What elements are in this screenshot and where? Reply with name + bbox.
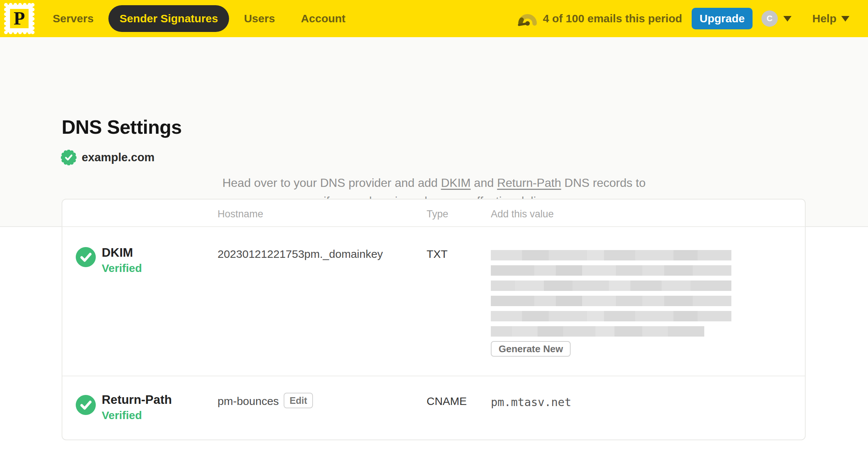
- domain-name: example.com: [82, 151, 154, 164]
- nav-item-sender-signatures[interactable]: Sender Signatures: [108, 5, 229, 32]
- intro-part: Head over to your DNS provider and add: [222, 176, 441, 189]
- redacted-line: [491, 280, 731, 291]
- navbar-right: 4 of 100 emails this period Upgrade C He…: [518, 8, 849, 29]
- table-row-dkim: DKIM Verified 20230121221753pm._domainke…: [62, 228, 805, 375]
- redacted-line: [491, 265, 731, 276]
- account-menu[interactable]: C: [761, 10, 792, 27]
- redacted-line: [491, 311, 731, 321]
- help-label: Help: [812, 12, 836, 25]
- dns-records-card: Hostname Type Add this value DKIM Verifi…: [62, 199, 806, 440]
- nav-item-account[interactable]: Account: [301, 12, 346, 25]
- usage-text: 4 of 100 emails this period: [543, 12, 682, 25]
- header-type: Type: [427, 208, 448, 220]
- record-value: pm.mtasv.net: [491, 396, 571, 409]
- top-navbar: P Servers Sender Signatures Users Accoun…: [0, 0, 868, 37]
- redacted-line: [491, 250, 731, 260]
- record-hostname: 20230121221753pm._domainkey: [218, 248, 383, 260]
- nav-item-users[interactable]: Users: [244, 12, 275, 25]
- postmark-logo[interactable]: P: [4, 3, 35, 35]
- chevron-down-icon: [841, 16, 849, 22]
- chevron-down-icon: [783, 16, 792, 22]
- upgrade-button[interactable]: Upgrade: [692, 8, 753, 29]
- help-menu[interactable]: Help: [812, 12, 849, 25]
- generate-new-button[interactable]: Generate New: [491, 341, 571, 357]
- status-badge: Verified: [102, 262, 142, 275]
- domain-row: example.com: [61, 150, 154, 165]
- record-hostname: pm-bounces: [218, 395, 279, 408]
- main-nav: Servers Sender Signatures Users Account: [53, 5, 346, 32]
- gauge-icon: [518, 11, 538, 26]
- verified-check-icon: [76, 247, 96, 267]
- table-header: Hostname Type Add this value: [62, 200, 805, 227]
- header-hostname: Hostname: [218, 208, 263, 220]
- record-name: DKIM: [102, 246, 133, 260]
- header-add-this-value: Add this value: [491, 208, 554, 220]
- redacted-line: [491, 326, 704, 337]
- logo-letter: P: [14, 8, 25, 29]
- record-type: TXT: [427, 248, 448, 260]
- record-name: Return-Path: [102, 393, 172, 407]
- dkim-link[interactable]: DKIM: [441, 176, 471, 189]
- record-type: CNAME: [427, 395, 467, 408]
- edit-button[interactable]: Edit: [284, 393, 313, 408]
- page-title: DNS Settings: [62, 116, 182, 138]
- verified-seal-icon: [61, 150, 76, 165]
- usage-meter[interactable]: 4 of 100 emails this period: [518, 11, 682, 26]
- redacted-line: [491, 296, 731, 306]
- avatar[interactable]: C: [761, 10, 778, 27]
- intro-part: and: [471, 176, 497, 189]
- return-path-link[interactable]: Return-Path: [497, 176, 561, 189]
- intro-part: DNS records to: [561, 176, 646, 189]
- verified-check-icon: [76, 395, 96, 415]
- table-row-return-path: Return-Path Verified pm-bounces Edit CNA…: [62, 376, 805, 440]
- nav-item-servers[interactable]: Servers: [53, 12, 94, 25]
- redacted-dkim-value: [491, 250, 731, 341]
- status-badge: Verified: [102, 409, 142, 422]
